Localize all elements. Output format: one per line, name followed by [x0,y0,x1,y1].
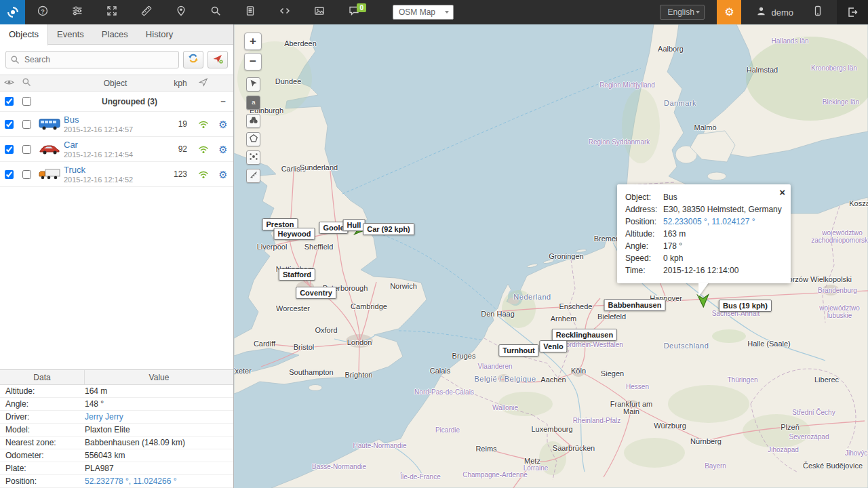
data-value[interactable]: 52.232778 °, 11.024266 ° [85,476,233,486]
search-button[interactable] [198,0,233,24]
map-badge-babbenhausen[interactable]: Babbenhausen [604,299,666,311]
popup-row: Angle:178 ° [625,240,783,252]
object-speed: 19 [167,119,194,129]
vehicle-image [35,167,64,181]
value-column-header: Value [85,373,233,382]
map[interactable]: Region MidtjyllandRegion SyddanmarkHalla… [234,24,868,488]
report-button[interactable] [233,0,267,24]
image-button[interactable] [302,0,336,24]
object-settings-button[interactable]: ⚙ [213,119,233,129]
help-button[interactable]: ? [25,0,60,24]
object-row-car[interactable]: Car2015-12-16 12:14:5492⚙ [0,137,233,162]
map-badge-hull[interactable]: Hull [343,219,366,231]
logo-icon [6,5,20,19]
object-timestamp: 2015-12-16 12:14:57 [64,125,167,134]
map-type-select[interactable]: OSM Map [393,5,454,20]
object-select-checkbox[interactable] [22,120,31,129]
map-badge-venlo[interactable]: Venlo [539,340,567,352]
detail-row: Angle:148 ° [0,398,233,411]
map-badge-stafford[interactable]: Stafford [279,268,315,281]
marker-icon [176,5,186,19]
topbar: ?0 OSM Map English ⚙ demo [0,0,868,24]
app-logo[interactable] [0,0,25,24]
object-visible-checkbox[interactable] [5,120,14,129]
data-column-header: Data [0,370,85,385]
tab-events[interactable]: Events [48,24,93,44]
sidebar: ObjectsEventsPlacesHistory Object kph Un… [0,24,234,488]
code-button[interactable] [267,0,302,24]
tab-places[interactable]: Places [93,24,137,44]
data-label: Altitude: [0,386,85,396]
map-tool-labels-button[interactable]: a [246,96,260,110]
follow-column-icon[interactable] [194,77,213,89]
object-name[interactable]: Car [64,140,167,150]
object-settings-button[interactable]: ⚙ [213,144,233,155]
map-badge-car[interactable]: Car (92 kph) [363,223,414,235]
data-value: 556043 km [85,451,233,460]
map-badge-heywood[interactable]: Heywood [274,228,315,240]
search-box [5,51,179,68]
detail-row: Nearest zone:Babbenhausen (148.09 km) [0,436,233,449]
object-row-bus[interactable]: Bus2015-12-16 12:14:5719⚙ [0,112,233,137]
search-input[interactable] [5,51,179,68]
language-select[interactable]: English [660,5,705,20]
user-menu[interactable]: demo [741,6,804,18]
group-row[interactable]: Ungrouped (3) − [0,92,233,112]
ruler-button[interactable] [129,0,163,24]
object-visible-checkbox[interactable] [5,170,14,179]
user-icon [756,6,766,18]
object-details-panel: Data Value Altitude:164 mAngle:148 °Driv… [0,369,233,488]
gear-icon: ⚙ [724,7,734,18]
svg-text:?: ? [41,8,45,15]
follow-object-button[interactable] [208,51,228,68]
map-tool-binoculars-button[interactable] [246,114,260,128]
chevron-down-icon [696,11,700,14]
object-table-header: Object kph [0,75,233,92]
popup-close-button[interactable]: × [779,186,785,198]
zoom-to-column-icon[interactable] [18,77,35,89]
chevron-down-icon [445,11,449,14]
details-header: Data Value [0,370,233,385]
group-visible-checkbox[interactable] [5,97,14,106]
object-select-checkbox[interactable] [22,145,31,154]
popup-row: Speed:0 kph [625,252,783,264]
tab-objects[interactable]: Objects [0,24,48,45]
group-collapse-button[interactable]: − [213,96,233,106]
map-tool-measure-button[interactable] [246,169,260,183]
object-select-checkbox[interactable] [22,170,31,179]
data-value: Babbenhausen (148.09 km) [85,438,233,447]
popup-value[interactable]: 52.233005 °, 11.024127 ° [663,216,783,228]
map-tools: a [246,77,260,187]
settings-sliders-button[interactable] [60,0,94,24]
map-tool-cluster-button[interactable] [246,150,260,165]
expand-button[interactable] [94,0,129,24]
data-value[interactable]: Jerry Jerry [85,412,233,422]
magnifier-icon [22,77,31,89]
show-all-objects-button[interactable] [183,51,203,68]
marker-button[interactable] [163,0,198,24]
object-name[interactable]: Truck [64,165,167,175]
zoom-in-button[interactable]: + [244,33,262,50]
chat-button[interactable]: 0 [336,0,371,24]
visibility-column-icon[interactable] [0,79,18,88]
object-name[interactable]: Bus [64,115,167,125]
object-visible-checkbox[interactable] [5,145,14,154]
data-value: PLA987 [85,464,233,473]
admin-settings-button[interactable]: ⚙ [717,0,741,24]
tab-history[interactable]: History [137,24,182,44]
popup-value: 178 ° [663,240,783,252]
zoom-out-button[interactable]: − [244,53,262,70]
map-tool-shape-button[interactable] [246,132,260,146]
map-badge-recklinghausen[interactable]: Recklinghausen [552,329,617,341]
group-select-checkbox[interactable] [22,97,31,106]
map-badge-bus[interactable]: Bus (19 kph) [719,300,772,312]
object-row-truck[interactable]: Truck2015-12-16 12:14:52123⚙ [0,162,233,187]
mobile-app-button[interactable] [804,5,831,19]
map-badge-turnhout[interactable]: Turnhout [498,344,538,357]
logout-button[interactable] [837,0,868,24]
object-settings-button[interactable]: ⚙ [213,169,233,180]
popup-value: 163 m [663,228,783,240]
data-label: Odometer: [0,451,85,460]
map-tool-follow-cursor-button[interactable] [246,77,260,92]
map-badge-coventry[interactable]: Coventry [296,287,336,299]
